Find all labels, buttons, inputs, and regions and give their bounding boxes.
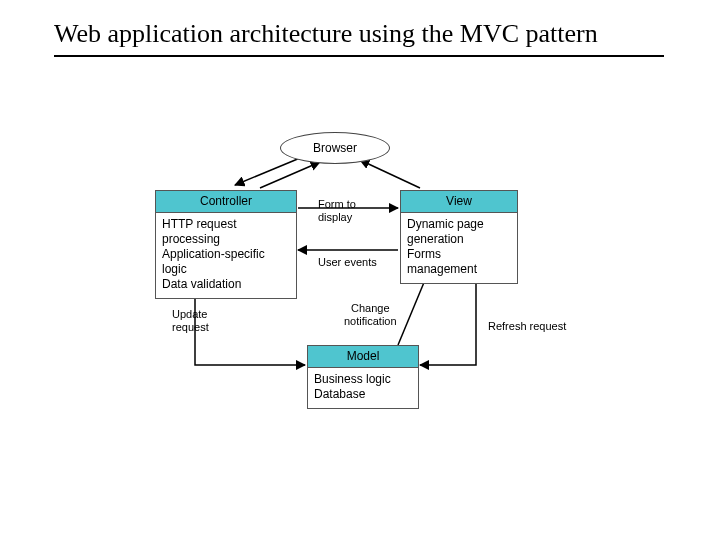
node-view-header: View [400, 190, 518, 213]
node-browser: Browser [280, 132, 390, 164]
label-update-request: Updaterequest [172, 308, 209, 333]
view-line-2: generation [407, 232, 511, 247]
node-browser-label: Browser [313, 141, 357, 155]
node-model: Model Business logic Database [307, 345, 419, 409]
controller-line-2: Application-specific logic [162, 247, 290, 277]
arrows-layer [0, 0, 720, 540]
label-update-request-text: Updaterequest [172, 308, 209, 333]
model-line-1: Business logic [314, 372, 412, 387]
arrow-controller-to-browser [260, 162, 320, 188]
label-refresh-request-text: Refresh request [488, 320, 566, 332]
controller-line-3: Data validation [162, 277, 290, 292]
diagram-canvas: Browser Controller HTTP request processi… [0, 0, 720, 540]
label-user-events: User events [318, 256, 377, 269]
node-view-body: Dynamic page generation Forms management [400, 213, 518, 284]
node-view: View Dynamic page generation Forms manag… [400, 190, 518, 284]
view-line-1: Dynamic page [407, 217, 511, 232]
label-form-to-display-text: Form todisplay [318, 198, 356, 223]
node-model-header: Model [307, 345, 419, 368]
view-line-3: Forms management [407, 247, 511, 277]
label-form-to-display: Form todisplay [318, 198, 356, 223]
node-controller: Controller HTTP request processing Appli… [155, 190, 297, 299]
controller-line-1: HTTP request processing [162, 217, 290, 247]
model-line-2: Database [314, 387, 412, 402]
label-change-notification-text: Changenotification [344, 302, 397, 327]
node-model-body: Business logic Database [307, 368, 419, 409]
arrow-browser-to-controller [235, 158, 300, 185]
label-change-notification: Changenotification [344, 302, 397, 327]
label-user-events-text: User events [318, 256, 377, 268]
arrow-view-to-browser [360, 160, 420, 188]
label-refresh-request: Refresh request [488, 320, 566, 333]
node-controller-header: Controller [155, 190, 297, 213]
node-controller-body: HTTP request processing Application-spec… [155, 213, 297, 299]
